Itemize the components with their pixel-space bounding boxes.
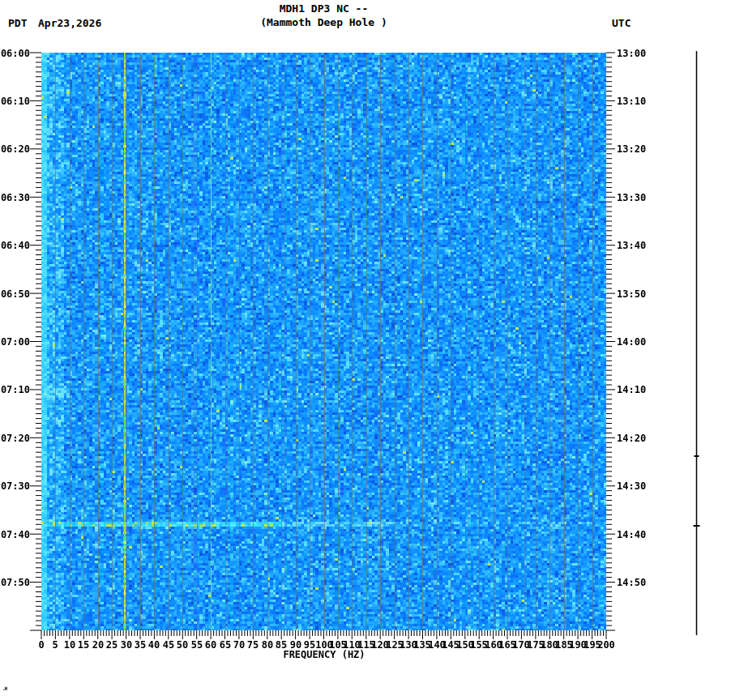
y-left-tick-label: 07:10 — [0, 384, 30, 395]
y-right-tick-label: 14:30 — [617, 480, 652, 491]
y-left-tick-label: 07:50 — [0, 577, 30, 587]
y-left-tick-label: 06:00 — [0, 48, 30, 58]
left-timezone-label: PDT — [8, 17, 27, 29]
spectrogram-page: PDT Apr23,2026 MDH1 DP3 NC -- (Mammoth D… — [0, 0, 731, 700]
y-right-tick-label: 13:10 — [617, 96, 652, 106]
y-right-tick-label: 14:40 — [617, 529, 652, 540]
y-right-tick-label: 14:50 — [617, 577, 652, 587]
y-right-tick-label: 14:20 — [617, 433, 652, 443]
y-right-tick-label: 14:00 — [617, 336, 652, 347]
y-right-tick-label: 13:30 — [617, 192, 652, 203]
side-trace-event-blips — [694, 456, 700, 526]
station-subtitle: (Mammoth Deep Hole ) — [41, 16, 606, 28]
y-left-tick-label: 07:00 — [0, 336, 30, 347]
y-right-tick-label: 13:50 — [617, 288, 652, 299]
y-right-tick-label: 14:10 — [617, 384, 652, 395]
y-right-tick-label: 13:40 — [617, 240, 652, 250]
right-timezone-label: UTC — [612, 17, 631, 29]
y-left-tick-label: 06:40 — [0, 240, 30, 250]
y-right-tick-label: 13:20 — [617, 143, 652, 154]
x-axis-title: FREQUENCY (HZ) — [259, 649, 390, 660]
x-tick-label: 200 — [592, 639, 621, 651]
spectrogram-canvas — [41, 53, 606, 630]
y-left-tick-label: 07:40 — [0, 529, 30, 540]
y-right-tick-label: 13:00 — [617, 48, 652, 58]
y-left-tick-label: 06:50 — [0, 288, 30, 299]
y-left-tick-label: 07:20 — [0, 433, 30, 443]
corner-mark: .H — [2, 685, 6, 691]
y-left-tick-label: 06:20 — [0, 143, 30, 154]
y-left-tick-label: 06:30 — [0, 192, 30, 203]
y-left-tick-label: 07:30 — [0, 480, 30, 491]
y-left-tick-label: 06:10 — [0, 96, 30, 106]
station-title: MDH1 DP3 NC -- — [41, 2, 606, 15]
